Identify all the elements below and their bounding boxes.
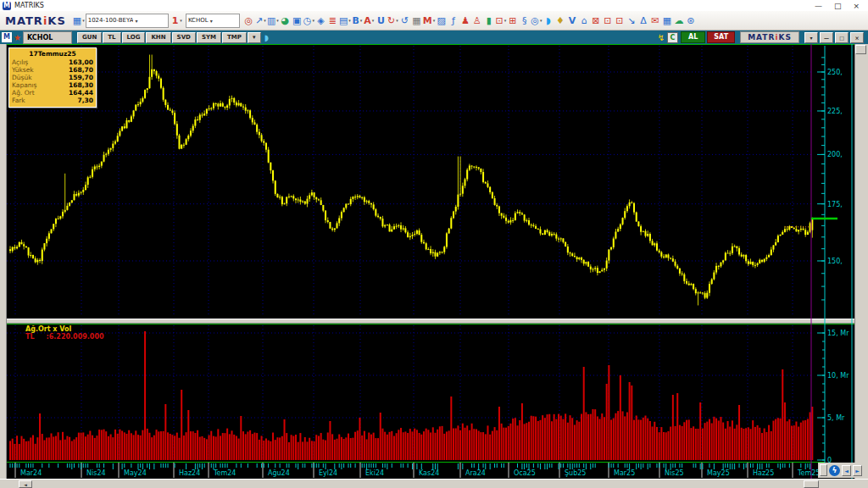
chartbar-button-svd[interactable]: SVD — [172, 32, 196, 43]
window-export-icon[interactable]: ⊡▾ — [495, 13, 506, 28]
chart-m-icon[interactable]: M — [2, 32, 12, 42]
horizontal-scrollbar[interactable]: ◄ — [0, 479, 868, 488]
network-icon[interactable]: ◈ — [315, 13, 326, 28]
maximize-button[interactable]: □ — [834, 2, 842, 10]
chart-corner-button[interactable] — [855, 45, 866, 54]
svg-text:Nis24: Nis24 — [86, 469, 106, 477]
chartbar-button-gun[interactable]: GUN — [77, 32, 102, 43]
svg-text:250,: 250, — [827, 69, 843, 76]
close-button[interactable]: × — [853, 2, 860, 10]
market-depth-icon[interactable]: ≣ — [327, 13, 338, 28]
chartbar-button-log[interactable]: LOG — [122, 32, 146, 43]
scrollbar-left-arrow[interactable]: ◄ — [19, 480, 32, 488]
chart-dropdown-icon[interactable]: ▾ — [804, 32, 818, 43]
lightning-icon[interactable]: ↯ — [658, 33, 665, 42]
popup-window-icon[interactable]: ⊡ — [602, 13, 613, 28]
chart-frame-right[interactable] — [854, 44, 868, 479]
person-icon[interactable]: ♟ — [459, 13, 470, 28]
chevron-down-icon[interactable]: ▾ — [135, 18, 137, 24]
traffic-light-icon[interactable]: ▮ — [483, 13, 494, 28]
bold-b-icon[interactable]: B▾ — [352, 13, 363, 28]
chartbar-twitter-icon[interactable]: ◗ — [264, 33, 269, 42]
scroll-right-icon[interactable]: ► — [853, 465, 862, 476]
svg-text:Tem25: Tem25 — [797, 469, 820, 477]
journal-icon[interactable]: ▤▾ — [339, 13, 351, 28]
page-number-button[interactable]: 1▾ — [172, 15, 182, 26]
chart-restore-icon[interactable]: □ — [835, 32, 849, 43]
price-volume-chart[interactable]: 150,175,200,225,250,05, Mr10, Mr15, MrMa… — [7, 44, 854, 479]
chevron-down-icon[interactable]: ▾ — [180, 18, 182, 23]
calculator-100-icon[interactable]: ▦ — [411, 13, 422, 28]
dropdown-caret-icon[interactable]: ▾ — [276, 18, 279, 23]
matriks-application: M MATRIKS — □ × MATRiKS ▦▾ 1024-100-BEYA… — [0, 0, 868, 488]
chart-minimize-icon[interactable]: — — [820, 32, 833, 43]
zoom-icon[interactable]: ◎ — [243, 13, 254, 28]
scroll-thumb[interactable] — [820, 464, 827, 476]
annotation-a-icon[interactable]: A▾ — [364, 13, 375, 28]
draw-tools-icon[interactable]: ↗▾ — [255, 13, 266, 28]
dropdown-caret-icon[interactable]: ▾ — [312, 18, 314, 23]
c-mode-icon[interactable]: C — [667, 32, 678, 43]
time-sales-icon[interactable]: ◷▾ — [303, 13, 314, 28]
window-settings-icon[interactable]: ⊠ — [590, 13, 601, 28]
scrollbar-thumb[interactable] — [804, 480, 819, 488]
chartbar-button-sym[interactable]: SYM — [197, 32, 221, 43]
calc-icon[interactable]: ▦ — [661, 13, 672, 28]
bell-gold-icon[interactable]: ♦ — [554, 13, 565, 28]
dropdown-caret-icon[interactable]: ▾ — [540, 18, 542, 23]
workspace-select-value: 1024-100-BEYA — [88, 17, 134, 24]
reload-icon[interactable]: ↺ — [399, 13, 410, 28]
minimize-button[interactable]: — — [815, 2, 822, 10]
matriks-m-icon[interactable]: M▾ — [423, 13, 435, 28]
chart-window-icon[interactable]: ▨ — [436, 13, 447, 28]
pie-chart-icon[interactable]: ◕ — [280, 13, 291, 28]
workspace-grid-icon[interactable]: ▦▾ — [73, 13, 85, 28]
chevron-down-icon[interactable]: ▾ — [210, 18, 213, 24]
underline-u-icon[interactable]: U — [376, 13, 387, 28]
popup-window2-icon[interactable]: ⊡ — [614, 13, 625, 28]
function-fx-icon[interactable]: ƒ — [448, 13, 459, 28]
refresh-icon[interactable]: ↻▾ — [387, 13, 398, 28]
chat-icon[interactable]: ☁ — [673, 13, 684, 28]
scroll-left-icon[interactable]: ◄ — [842, 465, 851, 476]
search-icon[interactable]: ◎▾ — [531, 13, 542, 28]
chart-type-icon[interactable]: ▥▾ — [267, 13, 279, 28]
alarm-bell-icon[interactable]: Δ — [637, 13, 648, 28]
symbol-combo[interactable]: KCHOL ▾ — [186, 14, 240, 28]
volume-panel-header: Ağ.Ort x Vol TL:6.220.009.000 — [25, 325, 104, 341]
svg-text:Mar24: Mar24 — [20, 469, 42, 477]
dropdown-caret-icon[interactable]: ▾ — [348, 18, 351, 23]
sell-button[interactable]: SAT — [707, 31, 735, 43]
person-chart-icon[interactable]: ♙ — [471, 13, 482, 28]
dropdown-caret-icon[interactable]: ▾ — [433, 18, 436, 23]
gears-icon[interactable]: ⊛ — [685, 13, 696, 28]
twitter-icon[interactable]: ◗ — [542, 13, 554, 28]
currency-icon[interactable]: § — [519, 13, 530, 28]
dropdown-caret-icon[interactable]: ▾ — [360, 18, 363, 23]
chartbar-dropdown-button[interactable]: ▾ — [248, 32, 261, 43]
dropdown-caret-icon[interactable]: ▾ — [372, 18, 375, 23]
window-titlebar: M MATRIKS — □ × — [0, 0, 868, 11]
svg-text:Kas24: Kas24 — [419, 469, 439, 477]
svg-text:Tem24: Tem24 — [213, 469, 236, 477]
dropdown-caret-icon[interactable]: ▾ — [82, 18, 85, 23]
chart-symbol-label[interactable]: KCHOL — [23, 31, 72, 44]
v-icon[interactable]: V — [566, 13, 577, 28]
dropdown-caret-icon[interactable]: ▾ — [504, 18, 507, 23]
chartbar-button-tl[interactable]: TL — [103, 32, 120, 43]
mail-icon[interactable]: ✉ — [649, 13, 660, 28]
cursor-icon[interactable]: ↘ — [626, 13, 637, 28]
workspace-select[interactable]: 1024-100-BEYA ▾ — [86, 14, 169, 28]
svg-text:Ağu24: Ağu24 — [268, 469, 290, 477]
info-row: Düşük159,70 — [12, 74, 93, 81]
dropdown-caret-icon[interactable]: ▾ — [396, 18, 398, 23]
quote-screen-icon[interactable]: ▣ — [292, 13, 303, 28]
chartbar-button-tmp[interactable]: TMP — [222, 32, 247, 43]
documents-icon[interactable]: ⊞ — [507, 13, 518, 28]
bank-icon[interactable]: ⌂ — [578, 13, 589, 28]
buy-button[interactable]: AL — [681, 31, 705, 43]
chart-close-icon[interactable]: × — [850, 32, 864, 43]
info-box-date: 17Temmuz25 — [12, 50, 93, 58]
chartbar-button-khn[interactable]: KHN — [146, 32, 170, 43]
dropdown-caret-icon[interactable]: ▾ — [264, 18, 266, 23]
